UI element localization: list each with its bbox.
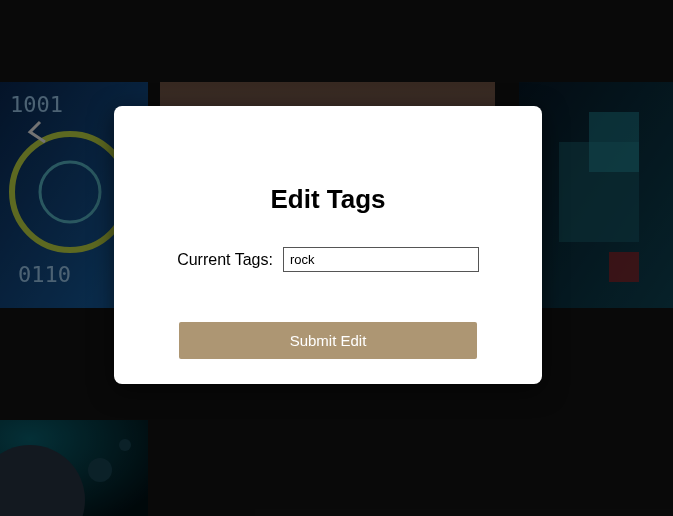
tags-label: Current Tags: bbox=[177, 251, 273, 269]
submit-edit-button[interactable]: Submit Edit bbox=[179, 322, 477, 359]
tags-input[interactable] bbox=[283, 247, 479, 272]
edit-tags-modal: Edit Tags Current Tags: Submit Edit bbox=[114, 106, 542, 384]
modal-title: Edit Tags bbox=[114, 184, 542, 215]
tags-form-row: Current Tags: bbox=[114, 247, 542, 272]
